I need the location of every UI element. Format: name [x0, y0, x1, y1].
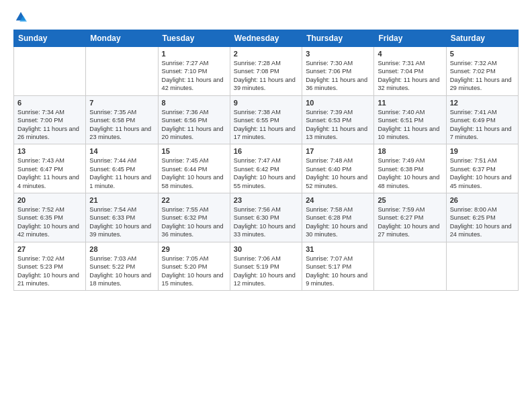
calendar-cell: 20Sunrise: 7:52 AM Sunset: 6:35 PM Dayli… — [14, 193, 86, 242]
day-content: Sunrise: 7:35 AM Sunset: 6:58 PM Dayligh… — [89, 108, 154, 142]
calendar-cell: 3Sunrise: 7:30 AM Sunset: 7:06 PM Daylig… — [302, 47, 374, 96]
weekday-header-row: SundayMondayTuesdayWednesdayThursdayFrid… — [14, 30, 519, 47]
weekday-header-thursday: Thursday — [302, 30, 374, 47]
day-number: 27 — [17, 245, 82, 253]
day-number: 1 — [162, 50, 226, 58]
day-content: Sunrise: 7:36 AM Sunset: 6:56 PM Dayligh… — [162, 108, 226, 142]
weekday-header-sunday: Sunday — [14, 30, 86, 47]
day-number: 21 — [89, 196, 154, 204]
day-content: Sunrise: 7:48 AM Sunset: 6:40 PM Dayligh… — [306, 156, 370, 190]
day-number: 9 — [234, 99, 298, 107]
calendar-cell: 26Sunrise: 8:00 AM Sunset: 6:25 PM Dayli… — [446, 193, 518, 242]
calendar-cell: 15Sunrise: 7:45 AM Sunset: 6:44 PM Dayli… — [158, 144, 230, 193]
calendar-cell: 22Sunrise: 7:55 AM Sunset: 6:32 PM Dayli… — [158, 193, 230, 242]
day-content: Sunrise: 7:43 AM Sunset: 6:47 PM Dayligh… — [17, 156, 82, 190]
calendar-cell: 17Sunrise: 7:48 AM Sunset: 6:40 PM Dayli… — [302, 144, 374, 193]
day-content: Sunrise: 7:59 AM Sunset: 6:27 PM Dayligh… — [378, 205, 442, 239]
logo-icon — [15, 11, 27, 23]
day-content: Sunrise: 7:03 AM Sunset: 5:22 PM Dayligh… — [89, 255, 154, 288]
calendar-cell: 6Sunrise: 7:34 AM Sunset: 7:00 PM Daylig… — [14, 95, 86, 144]
day-number: 4 — [378, 50, 442, 58]
day-number: 19 — [450, 147, 515, 155]
calendar-cell: 30Sunrise: 7:06 AM Sunset: 5:19 PM Dayli… — [230, 242, 302, 291]
day-content: Sunrise: 7:06 AM Sunset: 5:19 PM Dayligh… — [234, 255, 298, 288]
day-number: 11 — [378, 99, 442, 107]
day-content: Sunrise: 7:28 AM Sunset: 7:08 PM Dayligh… — [234, 59, 298, 93]
calendar-cell: 16Sunrise: 7:47 AM Sunset: 6:42 PM Dayli… — [230, 144, 302, 193]
calendar-cell: 25Sunrise: 7:59 AM Sunset: 6:27 PM Dayli… — [374, 193, 446, 242]
logo — [13, 11, 27, 23]
day-number: 24 — [306, 196, 370, 204]
day-number: 22 — [162, 196, 226, 204]
weekday-header-friday: Friday — [374, 30, 446, 47]
day-number: 30 — [234, 245, 298, 253]
day-number: 13 — [17, 147, 82, 155]
calendar: SundayMondayTuesdayWednesdayThursdayFrid… — [13, 30, 519, 291]
day-number: 5 — [450, 50, 515, 58]
calendar-cell: 8Sunrise: 7:36 AM Sunset: 6:56 PM Daylig… — [158, 95, 230, 144]
day-number: 28 — [89, 245, 154, 253]
day-content: Sunrise: 7:54 AM Sunset: 6:33 PM Dayligh… — [89, 205, 154, 239]
header — [13, 11, 519, 23]
calendar-cell: 5Sunrise: 7:32 AM Sunset: 7:02 PM Daylig… — [446, 47, 518, 96]
weekday-header-monday: Monday — [86, 30, 158, 47]
calendar-cell: 14Sunrise: 7:44 AM Sunset: 6:45 PM Dayli… — [86, 144, 158, 193]
day-content: Sunrise: 7:52 AM Sunset: 6:35 PM Dayligh… — [17, 205, 82, 239]
day-content: Sunrise: 7:56 AM Sunset: 6:30 PM Dayligh… — [234, 205, 298, 239]
calendar-cell: 10Sunrise: 7:39 AM Sunset: 6:53 PM Dayli… — [302, 95, 374, 144]
day-number: 31 — [306, 245, 370, 253]
weekday-header-wednesday: Wednesday — [230, 30, 302, 47]
day-number: 6 — [17, 99, 82, 107]
calendar-cell: 2Sunrise: 7:28 AM Sunset: 7:08 PM Daylig… — [230, 47, 302, 96]
day-number: 12 — [450, 99, 515, 107]
day-content: Sunrise: 7:30 AM Sunset: 7:06 PM Dayligh… — [306, 59, 370, 93]
calendar-cell: 23Sunrise: 7:56 AM Sunset: 6:30 PM Dayli… — [230, 193, 302, 242]
day-content: Sunrise: 7:49 AM Sunset: 6:38 PM Dayligh… — [378, 156, 442, 190]
calendar-cell: 9Sunrise: 7:38 AM Sunset: 6:55 PM Daylig… — [230, 95, 302, 144]
weekday-header-saturday: Saturday — [446, 30, 518, 47]
week-row-2: 6Sunrise: 7:34 AM Sunset: 7:00 PM Daylig… — [14, 95, 519, 144]
day-number: 3 — [306, 50, 370, 58]
week-row-3: 13Sunrise: 7:43 AM Sunset: 6:47 PM Dayli… — [14, 144, 519, 193]
day-content: Sunrise: 7:27 AM Sunset: 7:10 PM Dayligh… — [162, 59, 226, 93]
calendar-cell — [446, 242, 518, 291]
day-content: Sunrise: 7:38 AM Sunset: 6:55 PM Dayligh… — [234, 108, 298, 142]
day-content: Sunrise: 7:34 AM Sunset: 7:00 PM Dayligh… — [17, 108, 82, 142]
day-content: Sunrise: 7:58 AM Sunset: 6:28 PM Dayligh… — [306, 205, 370, 239]
day-number: 8 — [162, 99, 226, 107]
calendar-cell: 18Sunrise: 7:49 AM Sunset: 6:38 PM Dayli… — [374, 144, 446, 193]
calendar-cell — [14, 47, 86, 96]
day-content: Sunrise: 7:51 AM Sunset: 6:37 PM Dayligh… — [450, 156, 515, 190]
calendar-cell: 4Sunrise: 7:31 AM Sunset: 7:04 PM Daylig… — [374, 47, 446, 96]
day-content: Sunrise: 8:00 AM Sunset: 6:25 PM Dayligh… — [450, 205, 515, 239]
calendar-cell: 11Sunrise: 7:40 AM Sunset: 6:51 PM Dayli… — [374, 95, 446, 144]
day-number: 20 — [17, 196, 82, 204]
day-content: Sunrise: 7:40 AM Sunset: 6:51 PM Dayligh… — [378, 108, 442, 142]
day-content: Sunrise: 7:41 AM Sunset: 6:49 PM Dayligh… — [450, 108, 515, 142]
day-content: Sunrise: 7:32 AM Sunset: 7:02 PM Dayligh… — [450, 59, 515, 93]
page: SundayMondayTuesdayWednesdayThursdayFrid… — [0, 0, 532, 298]
day-content: Sunrise: 7:39 AM Sunset: 6:53 PM Dayligh… — [306, 108, 370, 142]
day-content: Sunrise: 7:05 AM Sunset: 5:20 PM Dayligh… — [162, 255, 226, 288]
calendar-cell: 1Sunrise: 7:27 AM Sunset: 7:10 PM Daylig… — [158, 47, 230, 96]
day-number: 29 — [162, 245, 226, 253]
day-number: 16 — [234, 147, 298, 155]
day-number: 25 — [378, 196, 442, 204]
week-row-5: 27Sunrise: 7:02 AM Sunset: 5:23 PM Dayli… — [14, 242, 519, 291]
day-number: 2 — [234, 50, 298, 58]
week-row-4: 20Sunrise: 7:52 AM Sunset: 6:35 PM Dayli… — [14, 193, 519, 242]
day-number: 7 — [89, 99, 154, 107]
day-number: 10 — [306, 99, 370, 107]
calendar-cell: 29Sunrise: 7:05 AM Sunset: 5:20 PM Dayli… — [158, 242, 230, 291]
calendar-cell: 27Sunrise: 7:02 AM Sunset: 5:23 PM Dayli… — [14, 242, 86, 291]
calendar-cell: 31Sunrise: 7:07 AM Sunset: 5:17 PM Dayli… — [302, 242, 374, 291]
day-content: Sunrise: 7:55 AM Sunset: 6:32 PM Dayligh… — [162, 205, 226, 239]
day-content: Sunrise: 7:02 AM Sunset: 5:23 PM Dayligh… — [17, 255, 82, 288]
calendar-cell: 12Sunrise: 7:41 AM Sunset: 6:49 PM Dayli… — [446, 95, 518, 144]
calendar-cell: 7Sunrise: 7:35 AM Sunset: 6:58 PM Daylig… — [86, 95, 158, 144]
calendar-cell: 24Sunrise: 7:58 AM Sunset: 6:28 PM Dayli… — [302, 193, 374, 242]
calendar-cell — [374, 242, 446, 291]
weekday-header-tuesday: Tuesday — [158, 30, 230, 47]
calendar-cell: 21Sunrise: 7:54 AM Sunset: 6:33 PM Dayli… — [86, 193, 158, 242]
day-content: Sunrise: 7:45 AM Sunset: 6:44 PM Dayligh… — [162, 156, 226, 190]
